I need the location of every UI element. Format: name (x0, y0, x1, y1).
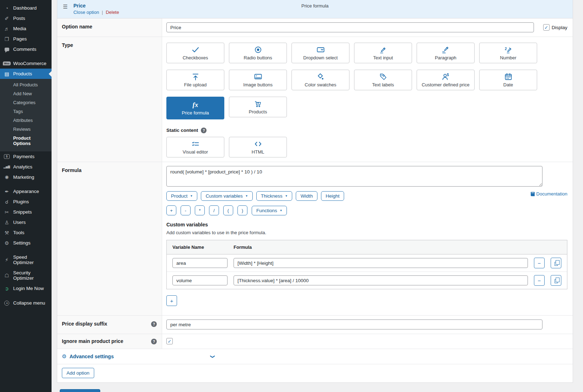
chevron-down-icon: ❯ (210, 355, 215, 359)
sidebar-item-comments[interactable]: Comments (0, 44, 52, 54)
height-variable-button[interactable]: Height (321, 191, 344, 201)
sidebar-item-marketing[interactable]: ✺Marketing (0, 172, 52, 182)
ignore-main-price-checkbox[interactable]: ✓ (166, 338, 173, 344)
type-color-swatches[interactable]: Color swatches (292, 70, 349, 90)
variable-formula-input[interactable] (234, 275, 528, 285)
sidebar-subitem-add-new[interactable]: Add New (0, 89, 52, 98)
price-display-suffix-input[interactable] (166, 319, 542, 329)
type-radio-buttons[interactable]: Radio buttons (229, 43, 287, 63)
collapse-menu-button[interactable]: ◂Collapse menu (0, 298, 52, 308)
sidebar-subitem-attributes[interactable]: Attributes (0, 116, 52, 125)
variable-formula-input[interactable] (234, 258, 528, 268)
sidebar-item-analytics[interactable]: ▂▅▇Analytics (0, 162, 52, 172)
sidebar-item-speed-optimizer[interactable]: ⚡Speed Optimizer (0, 252, 52, 268)
sidebar-item-appearance[interactable]: ✒Appearance (0, 186, 52, 197)
width-variable-button[interactable]: Width (296, 191, 317, 201)
visual-editor-icon (191, 140, 200, 148)
sidebar-subitem-tags[interactable]: Tags (0, 107, 52, 116)
type-text-input[interactable]: Text input (354, 43, 412, 63)
sidebar-item-posts[interactable]: ✐Posts (0, 13, 52, 23)
formula-label: Formula (62, 167, 81, 173)
sidebar-subitem-categories[interactable]: Categories (0, 98, 52, 107)
type-number[interactable]: 2Number (479, 43, 537, 63)
custom-variables-table: Variable Name Formula − − (166, 240, 567, 289)
sidebar-item-pages[interactable]: ❐Pages (0, 34, 52, 44)
add-option-button[interactable]: Add option (62, 368, 94, 378)
type-price-formula[interactable]: fxPrice formula (166, 97, 224, 119)
pages-icon: ❐ (3, 37, 10, 42)
type-products[interactable]: Products (229, 97, 287, 117)
sidebar-subitem-reviews[interactable]: Reviews (0, 125, 52, 134)
sidebar-subitem-product-options[interactable]: Product Options (0, 134, 52, 148)
price-display-suffix-help-icon[interactable]: ? (151, 321, 157, 327)
type-html[interactable]: HTML (229, 137, 287, 157)
radio-buttons-icon (254, 45, 262, 54)
type-visual-editor[interactable]: Visual editor (166, 137, 224, 157)
sidebar-item-products[interactable]: ▤Products (0, 69, 52, 79)
sidebar-item-media[interactable]: ♬Media (0, 23, 52, 34)
thickness-variable-dropdown[interactable]: Thickness▼ (256, 191, 293, 201)
type-date[interactable]: Date (479, 70, 537, 90)
caret-down-icon: ▼ (285, 194, 288, 198)
sidebar-item-tools[interactable]: ⚒Tools (0, 227, 52, 238)
table-row: − (167, 272, 567, 289)
copy-icon (555, 262, 558, 266)
duplicate-variable-button[interactable] (551, 258, 561, 268)
link-separator: | (102, 10, 103, 15)
operator-multiply-button[interactable]: * (195, 205, 205, 215)
product-variable-dropdown[interactable]: Product▼ (166, 191, 197, 201)
formula-textarea[interactable]: round( [volume] * [product_price] * 10 )… (166, 166, 542, 187)
option-name-input[interactable] (166, 22, 534, 32)
type-paragraph[interactable]: Paragraph (417, 43, 475, 63)
sidebar-item-users[interactable]: ♙Users (0, 217, 52, 227)
operator-divide-button[interactable]: / (209, 205, 219, 215)
speed-optimizer-icon: ⚡ (3, 257, 10, 262)
close-option-link[interactable]: Close option (73, 10, 99, 15)
documentation-link[interactable]: Documentation (530, 191, 567, 197)
svg-text:2: 2 (505, 47, 507, 51)
admin-sidebar: ◔Dashboard ✐Posts ♬Media ❐Pages Comments… (0, 0, 52, 392)
operator-open-paren-button[interactable]: ( (223, 205, 233, 215)
type-image-buttons[interactable]: Image buttons (229, 70, 287, 90)
operator-close-paren-button[interactable]: ) (237, 205, 247, 215)
sidebar-item-security-optimizer[interactable]: ☖Security Optimizer (0, 268, 52, 283)
save-changes-button[interactable]: Save changes (60, 389, 100, 392)
sidebar-item-plugins[interactable]: ☌Plugins (0, 197, 52, 207)
delete-option-link[interactable]: Delete (106, 10, 119, 15)
type-customer-defined-price[interactable]: $Customer defined price (417, 70, 475, 90)
sidebar-item-dashboard[interactable]: ◔Dashboard (0, 3, 52, 13)
ignore-main-price-help-icon[interactable]: ? (151, 339, 157, 344)
option-type-title: Price formula (301, 3, 329, 9)
operator-plus-button[interactable]: + (166, 205, 176, 215)
static-content-help-icon[interactable]: ? (201, 128, 207, 133)
sidebar-item-login-me-now[interactable]: ➲Login Me Now (0, 283, 52, 294)
sidebar-item-payments[interactable]: $Payments (0, 151, 52, 162)
type-checkboxes[interactable]: Checkboxes (166, 43, 224, 63)
operator-minus-button[interactable]: - (181, 205, 191, 215)
remove-variable-button[interactable]: − (534, 275, 545, 286)
caret-down-icon: ▼ (280, 209, 283, 212)
sidebar-subitem-all-products[interactable]: All Products (0, 80, 52, 89)
remove-variable-button[interactable]: − (534, 258, 545, 268)
custom-variables-dropdown[interactable]: Custom variables▼ (201, 191, 252, 201)
sidebar-item-settings[interactable]: ⚙Settings (0, 238, 52, 248)
caret-down-icon: ▼ (245, 194, 248, 198)
option-title-link[interactable]: Price (73, 3, 119, 9)
duplicate-variable-button[interactable] (551, 275, 561, 286)
advanced-settings-toggle[interactable]: ⚙ Advanced settings ❯ (62, 353, 215, 360)
sidebar-item-snippets[interactable]: ✂Snippets (0, 207, 52, 217)
functions-dropdown[interactable]: Functions▼ (252, 206, 287, 215)
display-checkbox[interactable]: ✓ (543, 24, 550, 31)
variable-name-input[interactable] (172, 258, 228, 268)
add-option-row: Add option (57, 364, 573, 382)
type-dropdown-select[interactable]: Dropdown select (292, 43, 349, 63)
variable-name-input[interactable] (172, 275, 228, 285)
paragraph-icon (442, 45, 450, 54)
type-file-upload[interactable]: File upload (166, 70, 224, 90)
type-text-labels[interactable]: Text labels (354, 70, 412, 90)
drag-handle-icon[interactable]: ☰ (63, 4, 68, 15)
collapse-arrow-icon: ◂ (3, 301, 10, 306)
add-variable-button[interactable]: + (166, 295, 177, 306)
price-formula-fx-icon: fx (193, 101, 198, 109)
sidebar-item-woocommerce[interactable]: WooWooCommerce (0, 58, 52, 69)
